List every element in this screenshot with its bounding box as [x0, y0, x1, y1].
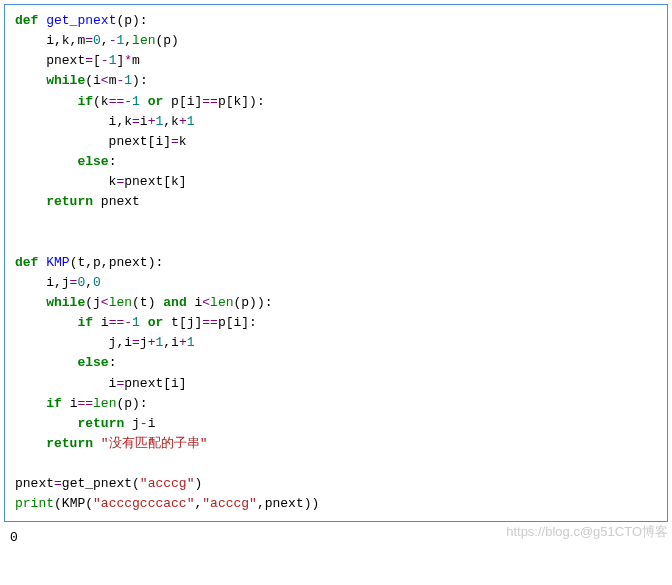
kw-def: def: [15, 13, 38, 28]
fn-name: KMP: [46, 255, 69, 270]
kw-or: or: [148, 94, 164, 109]
kw-return: return: [77, 416, 124, 431]
string-literal: "acccg": [202, 496, 257, 511]
kw-else: else: [77, 355, 108, 370]
output-cell: 0: [10, 528, 662, 548]
kw-else: else: [77, 154, 108, 169]
kw-if: if: [77, 94, 93, 109]
kw-return: return: [46, 194, 93, 209]
builtin-len: len: [132, 33, 155, 48]
kw-while: while: [46, 295, 85, 310]
string-literal: "acccg": [140, 476, 195, 491]
builtin-len: len: [93, 396, 116, 411]
kw-def: def: [15, 255, 38, 270]
string-literal: "没有匹配的子串": [101, 436, 208, 451]
kw-while: while: [46, 73, 85, 88]
kw-and: and: [163, 295, 186, 310]
kw-return: return: [46, 436, 93, 451]
string-literal: "acccgcccacc": [93, 496, 194, 511]
code: i,k,m: [15, 33, 85, 48]
builtin-len: len: [210, 295, 233, 310]
builtin-print: print: [15, 496, 54, 511]
fn-name: get_pnext: [46, 13, 116, 28]
builtin-len: len: [109, 295, 132, 310]
kw-if: if: [46, 396, 62, 411]
kw-if: if: [77, 315, 93, 330]
args: (p):: [116, 13, 147, 28]
kw-or: or: [148, 315, 164, 330]
code-cell: def get_pnext(p): i,k,m=0,-1,len(p) pnex…: [4, 4, 668, 522]
